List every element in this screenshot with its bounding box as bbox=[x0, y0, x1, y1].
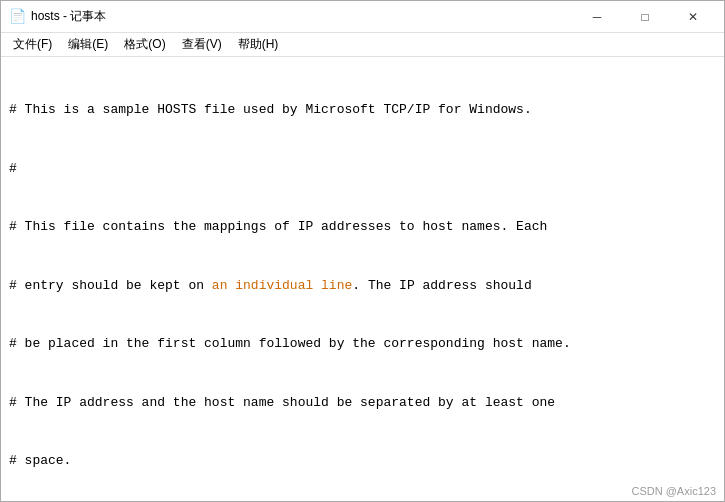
file-content: # This is a sample HOSTS file used by Mi… bbox=[9, 61, 716, 501]
maximize-button[interactable]: □ bbox=[622, 2, 668, 32]
title-bar: 📄 hosts - 记事本 ─ □ ✕ bbox=[1, 1, 724, 33]
line-1: # This is a sample HOSTS file used by Mi… bbox=[9, 100, 716, 120]
notepad-icon: 📄 bbox=[9, 9, 25, 25]
watermark: CSDN @Axic123 bbox=[631, 485, 716, 497]
menu-file[interactable]: 文件(F) bbox=[5, 34, 60, 55]
line-5: # be placed in the first column followed… bbox=[9, 334, 716, 354]
minimize-button[interactable]: ─ bbox=[574, 2, 620, 32]
menu-edit[interactable]: 编辑(E) bbox=[60, 34, 116, 55]
window-controls: ─ □ ✕ bbox=[574, 2, 716, 32]
line-2: # bbox=[9, 159, 716, 179]
menu-format[interactable]: 格式(O) bbox=[116, 34, 173, 55]
text-editor[interactable]: # This is a sample HOSTS file used by Mi… bbox=[1, 57, 724, 501]
menu-view[interactable]: 查看(V) bbox=[174, 34, 230, 55]
notepad-window: 📄 hosts - 记事本 ─ □ ✕ 文件(F) 编辑(E) 格式(O) 查看… bbox=[0, 0, 725, 502]
line-7: # space. bbox=[9, 451, 716, 471]
menu-help[interactable]: 帮助(H) bbox=[230, 34, 287, 55]
menu-bar: 文件(F) 编辑(E) 格式(O) 查看(V) 帮助(H) bbox=[1, 33, 724, 57]
close-button[interactable]: ✕ bbox=[670, 2, 716, 32]
line-3: # This file contains the mappings of IP … bbox=[9, 217, 716, 237]
window-title: hosts - 记事本 bbox=[31, 8, 106, 25]
line-6: # The IP address and the host name shoul… bbox=[9, 393, 716, 413]
line-4: # entry should be kept on an individual … bbox=[9, 276, 716, 296]
title-bar-left: 📄 hosts - 记事本 bbox=[9, 8, 106, 25]
